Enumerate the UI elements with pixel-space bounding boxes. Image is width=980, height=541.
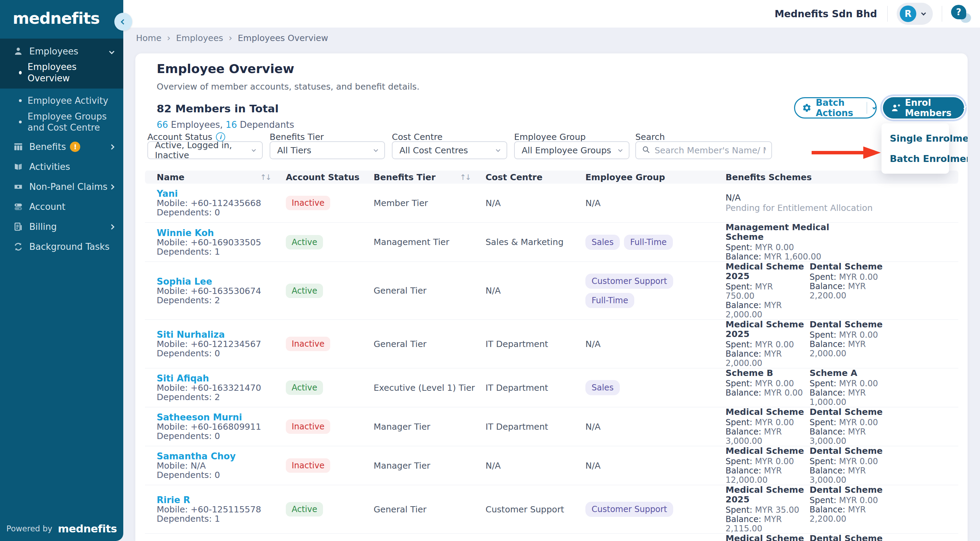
user-menu[interactable]: R	[897, 3, 933, 25]
member-name-link[interactable]: Siti Nurhaliza	[157, 330, 286, 340]
member-name-link[interactable]: Samantha Choy	[157, 452, 286, 461]
sidebar-item-employees[interactable]: Employees	[0, 41, 123, 61]
status-badge: Inactive	[286, 196, 330, 210]
table-header: Name Account Status Benefits Tier Cost C…	[145, 171, 958, 184]
sidebar: mednefits Employees Employees Overview E…	[0, 0, 123, 541]
sort-icon[interactable]	[460, 173, 470, 182]
columns-icon	[13, 141, 24, 152]
group-badge: Customer Support	[585, 502, 673, 517]
member-cell: Ririe R Mobile: +60-125115578 Dependents…	[157, 495, 286, 523]
member-name-link[interactable]: Winnie Koh	[157, 228, 286, 238]
powered-by: Powered by mednefits	[0, 522, 123, 535]
enrol-members-label: Enrol Members	[905, 97, 951, 118]
status-badge: Active	[286, 235, 323, 249]
batch-actions-button[interactable]: Batch Actions	[794, 97, 877, 118]
breadcrumb-current: Employees Overview	[238, 33, 328, 43]
sidebar-item-background-tasks[interactable]: Background Tasks	[0, 237, 123, 257]
page-subtitle: Overview of member accounts, statuses, a…	[157, 82, 419, 92]
group-badge: Sales	[585, 235, 620, 250]
sidebar-menu: Employees Employees Overview Employee Ac…	[0, 38, 123, 257]
chevron-down-icon	[374, 147, 378, 152]
member-name-link[interactable]: Siti Afiqah	[157, 373, 286, 383]
sidebar-item-billing[interactable]: Billing	[0, 217, 123, 237]
member-name-link[interactable]: Ririe R	[157, 495, 286, 505]
chevron-down-icon	[964, 106, 967, 109]
member-cell: Satheeson Murni Mobile: +60-166809911 De…	[157, 412, 286, 441]
search-input[interactable]	[655, 145, 766, 155]
chevron-down-icon	[921, 11, 926, 16]
menu-item-batch-enrolment[interactable]: Batch Enrolment	[881, 148, 949, 169]
mednefits-footer-logo: mednefits	[58, 522, 117, 535]
header-employee-group: Employee Group	[585, 172, 725, 182]
member-cell: Winnie Koh Mobile: +60-169033505 Depende…	[157, 228, 286, 256]
mednefits-logo: mednefits	[0, 0, 123, 27]
group-badge: Customer Support	[585, 274, 673, 289]
status-badge: Active	[286, 380, 323, 395]
status-badge: Inactive	[286, 337, 330, 351]
cost-centre-select[interactable]: All Cost Centres	[392, 141, 507, 159]
breadcrumb-home[interactable]: Home	[136, 33, 162, 43]
invoice-icon	[13, 221, 24, 232]
status-badge: Inactive	[286, 420, 330, 434]
sidebar-item-employee-groups[interactable]: Employee Groups and Cost Centre	[0, 109, 123, 135]
account-status-select[interactable]: Active, Logged in, Inactive	[147, 141, 263, 159]
avatar: R	[900, 5, 916, 22]
gear-icon	[802, 103, 811, 113]
company-name: Mednefits Sdn Bhd	[775, 8, 877, 20]
search-icon	[641, 145, 651, 155]
employee-group-select[interactable]: All Employee Groups	[514, 141, 630, 159]
sidebar-item-employee-activity[interactable]: Employee Activity	[0, 92, 123, 109]
cash-icon	[13, 181, 24, 192]
sidebar-item-account[interactable]: Account	[0, 197, 123, 217]
cost-centre-label: Cost Centre	[392, 132, 442, 142]
bullet-icon	[19, 121, 22, 123]
chevron-right-icon	[109, 224, 115, 230]
table-row: Winnie Koh Mobile: +60-169033505 Depende…	[145, 223, 958, 262]
refresh-icon	[13, 241, 24, 252]
menu-item-single-enrolment[interactable]: Single Enrolment	[881, 128, 949, 148]
table-row: Siti Afiqah Mobile: +60-163321470 Depend…	[145, 369, 958, 407]
chevron-down-icon	[109, 49, 115, 54]
sort-icon[interactable]	[260, 173, 270, 182]
group-badge: Full-Time	[585, 293, 634, 308]
help-button[interactable]	[951, 4, 971, 24]
member-name-link[interactable]: Satheeson Murni	[157, 412, 286, 422]
member-cell: Yani Mobile: +60-112435668 Dependents: 0	[157, 189, 286, 217]
sidebar-item-non-panel-claims[interactable]: Non-Panel Claims	[0, 177, 123, 197]
member-name-link[interactable]: Sophia Lee	[157, 277, 286, 286]
benefits-cell: Management Medical Scheme Spent: MYR 0.0…	[725, 223, 958, 262]
chevron-right-icon	[109, 184, 115, 190]
sidebar-group-employees: Employees Employees Overview	[0, 38, 123, 89]
sidebar-item-employees-overview[interactable]: Employees Overview	[0, 61, 123, 84]
search-label: Search	[635, 132, 665, 142]
benefits-cell: Medical Scheme 2025 Spent: MYR 35.00 Bal…	[725, 485, 958, 533]
enrol-members-button[interactable]: Enrol Members	[883, 97, 964, 118]
chevron-down-icon	[872, 105, 877, 109]
benefits-tier-select[interactable]: All Tiers	[270, 141, 385, 159]
header-account-status: Account Status	[286, 172, 374, 182]
table-row: Sophia Lee Mobile: +60-163530674 Depende…	[145, 262, 958, 320]
sidebar-item-label: Employees	[29, 46, 78, 56]
batch-actions-label: Batch Actions	[816, 97, 860, 118]
bullet-icon	[19, 71, 22, 75]
sidebar-item-benefits[interactable]: Benefits !	[0, 137, 123, 157]
divider	[867, 102, 867, 114]
table-row: Satheeson Murni Mobile: +60-166809911 De…	[145, 407, 958, 446]
table-row: Rabiatul Mobile: +60-1115800595 Dependen…	[145, 534, 958, 541]
member-cell: Siti Nurhaliza Mobile: +60-121234567 Dep…	[157, 330, 286, 358]
members-breakdown: 66 Employees, 16 Dependants	[157, 120, 294, 130]
member-name-link[interactable]: Yani	[157, 189, 286, 198]
search-box	[635, 141, 772, 159]
benefits-tier-label: Benefits Tier	[270, 132, 324, 142]
chevron-down-icon	[496, 147, 500, 152]
top-bar: Mednefits Sdn Bhd R	[123, 0, 980, 27]
sidebar-collapse-button[interactable]	[115, 13, 132, 31]
toggles-icon	[13, 201, 24, 212]
group-badge: Sales	[585, 380, 620, 395]
breadcrumb-employees[interactable]: Employees	[176, 33, 223, 43]
table-row: Yani Mobile: +60-112435668 Dependents: 0…	[145, 184, 958, 223]
benefits-cell: Medical Scheme Spent: MYR 0.00 Balance: …	[725, 407, 958, 446]
page-title: Employee Overview	[157, 62, 294, 76]
sidebar-item-activities[interactable]: Activities	[0, 157, 123, 177]
chevron-left-icon	[121, 19, 126, 24]
